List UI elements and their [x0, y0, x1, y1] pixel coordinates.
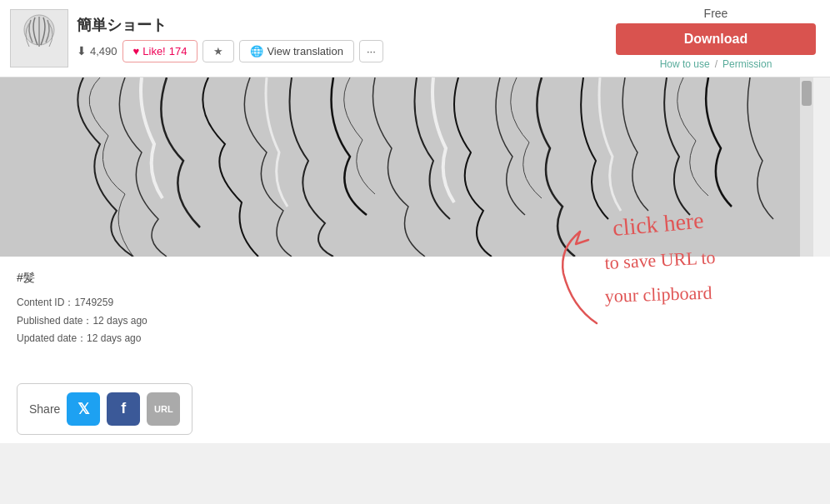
bookmark-button[interactable]: ★	[202, 40, 234, 62]
metadata-section: #髪 Content ID：1749259 Published date：12 …	[0, 257, 830, 443]
content-id-label: Content ID：	[17, 297, 74, 308]
header: 簡単ショート ⬇ 4,490 ♥ Like! 174 ★	[0, 0, 830, 77]
translate-button[interactable]: 🌐 View translation	[239, 40, 354, 62]
like-count: 174	[169, 45, 188, 57]
header-actions: ⬇ 4,490 ♥ Like! 174 ★ 🌐 View translation	[77, 40, 603, 62]
brush-preview	[0, 77, 800, 257]
download-count: ⬇ 4,490	[77, 44, 118, 57]
twitter-share-button[interactable]: 𝕏	[67, 392, 100, 426]
main-area	[0, 77, 830, 257]
facebook-share-button[interactable]: f	[107, 392, 140, 426]
updated-label: Updated date：	[17, 332, 87, 344]
content-id-row: Content ID：1749259	[17, 294, 813, 312]
updated-date: 12 days ago	[87, 332, 141, 344]
links-row: How to use / Permission	[660, 58, 772, 70]
avatar	[10, 9, 68, 67]
published-row: Published date：12 days ago	[17, 312, 813, 331]
more-icon: ···	[367, 45, 376, 57]
twitter-icon: 𝕏	[78, 400, 90, 418]
scrollbar[interactable]	[800, 77, 813, 257]
separator: /	[715, 58, 718, 70]
free-label: Free	[704, 7, 728, 20]
content-id-value: 1749259	[74, 297, 113, 308]
like-label: Like!	[142, 45, 165, 57]
like-button[interactable]: ♥ Like! 174	[122, 40, 198, 62]
globe-icon: 🌐	[250, 45, 263, 57]
right-panel: Free Download How to use / Permission	[612, 7, 820, 70]
share-section: Share 𝕏 f URL	[0, 375, 830, 443]
share-box: Share 𝕏 f URL	[17, 383, 192, 435]
page-wrapper: 簡単ショート ⬇ 4,490 ♥ Like! 174 ★	[0, 0, 830, 443]
facebook-icon: f	[121, 400, 126, 417]
permission-link[interactable]: Permission	[722, 58, 772, 70]
page-title: 簡単ショート	[77, 15, 603, 35]
tag-link[interactable]: #髪	[17, 271, 35, 284]
published-label: Published date：	[17, 315, 92, 327]
share-label: Share	[29, 402, 60, 416]
download-icon: ⬇	[77, 44, 87, 57]
heart-icon: ♥	[133, 45, 140, 57]
header-info: 簡単ショート ⬇ 4,490 ♥ Like! 174 ★	[77, 15, 603, 62]
published-date: 12 days ago	[92, 315, 147, 327]
scroll-thumb[interactable]	[802, 81, 812, 106]
download-count-value: 4,490	[90, 45, 118, 57]
meta-info: Content ID：1749259 Published date：12 day…	[17, 294, 813, 348]
more-button[interactable]: ···	[359, 40, 383, 62]
meta-content: #髪 Content ID：1749259 Published date：12 …	[0, 257, 830, 362]
download-button[interactable]: Download	[616, 23, 816, 55]
star-icon: ★	[213, 45, 223, 57]
translate-label: View translation	[267, 45, 343, 57]
updated-row: Updated date：12 days ago	[17, 330, 813, 348]
url-copy-button[interactable]: URL	[147, 392, 180, 426]
url-icon: URL	[154, 404, 173, 414]
how-to-use-link[interactable]: How to use	[660, 58, 710, 70]
